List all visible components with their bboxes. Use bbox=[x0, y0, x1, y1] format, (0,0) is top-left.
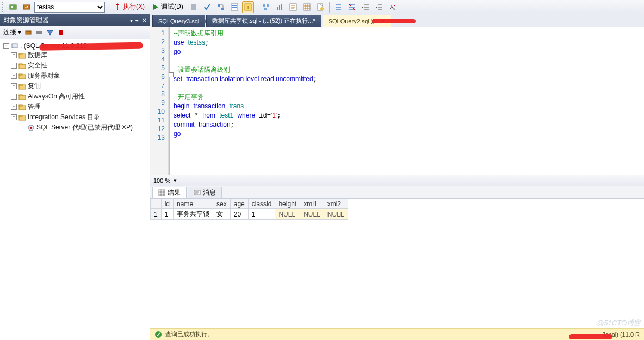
status-bar: 查询已成功执行。 (local) (11.0 R bbox=[150, 328, 644, 340]
success-icon bbox=[154, 331, 162, 338]
main-toolbar: testss 执行(X) 调试(D) i Ab bbox=[0, 0, 644, 14]
svg-rect-39 bbox=[19, 95, 22, 96]
svg-rect-25 bbox=[36, 31, 42, 34]
tab-shared-lock[interactable]: 数据库共享锁.sql - (...(52)) 正在执行...* bbox=[206, 15, 321, 27]
svg-point-45 bbox=[30, 127, 32, 129]
object-explorer-toolbar: 连接 ▾ bbox=[0, 26, 150, 39]
disconnect-icon[interactable] bbox=[35, 29, 43, 36]
database-select[interactable]: testss bbox=[34, 2, 105, 13]
results-tab[interactable]: 结果 bbox=[152, 187, 187, 198]
decrease-indent-icon[interactable] bbox=[360, 1, 371, 13]
svg-point-3 bbox=[117, 9, 118, 10]
uncomment-icon[interactable] bbox=[346, 1, 358, 13]
object-explorer-title-bar: 对象资源管理器 ▾ ⏷ ✕ bbox=[0, 14, 150, 26]
grip bbox=[2, 2, 4, 12]
filter-icon[interactable] bbox=[46, 29, 54, 36]
document-tabs: SQLQuery3.sql 数据库共享锁.sql - (...(52)) 正在执… bbox=[150, 14, 644, 27]
sql-editor[interactable]: 12345678910111213 − --声明数据库引用 use testss… bbox=[150, 27, 644, 175]
debug-button[interactable]: 调试(D) bbox=[149, 1, 186, 13]
refresh-icon[interactable] bbox=[24, 29, 32, 36]
svg-rect-12 bbox=[263, 4, 265, 7]
svg-rect-28 bbox=[13, 45, 14, 45]
svg-rect-8 bbox=[232, 5, 237, 6]
change-connection-icon[interactable] bbox=[21, 1, 33, 13]
svg-rect-41 bbox=[19, 105, 22, 106]
svg-rect-16 bbox=[279, 5, 280, 10]
svg-rect-35 bbox=[19, 74, 22, 75]
svg-rect-1 bbox=[11, 6, 13, 8]
svg-rect-31 bbox=[19, 53, 22, 54]
tree-item-security[interactable]: +安全性 bbox=[1, 60, 148, 71]
svg-rect-4 bbox=[191, 4, 196, 10]
svg-point-21 bbox=[320, 7, 324, 10]
server-node[interactable]: − . (SQL Server 11.0.210 bbox=[1, 41, 148, 50]
svg-rect-6 bbox=[221, 8, 224, 10]
close-panel-icon[interactable]: ✕ bbox=[142, 17, 146, 23]
svg-text:b: b bbox=[393, 7, 395, 11]
tab-sqlquery3[interactable]: SQLQuery3.sql bbox=[152, 15, 205, 27]
svg-rect-14 bbox=[264, 8, 267, 10]
svg-rect-26 bbox=[59, 30, 63, 35]
zoom-bar: 100 %▾ bbox=[150, 175, 644, 186]
svg-rect-47 bbox=[194, 190, 200, 195]
svg-text:i: i bbox=[247, 4, 249, 10]
results-grid[interactable]: idnamesexageclassidheightxml1xml211事务共享锁… bbox=[150, 199, 644, 328]
results-to-grid-icon[interactable] bbox=[301, 1, 313, 13]
svg-rect-19 bbox=[304, 4, 310, 10]
svg-rect-15 bbox=[277, 7, 278, 10]
svg-rect-5 bbox=[218, 4, 220, 7]
stop-refresh-icon[interactable] bbox=[57, 29, 65, 36]
svg-rect-0 bbox=[10, 5, 16, 9]
stop-icon[interactable] bbox=[188, 1, 200, 13]
object-explorer-panel: 对象资源管理器 ▾ ⏷ ✕ 连接 ▾ − . (SQL Server 11.0.… bbox=[0, 14, 150, 340]
tab-sqlquery2[interactable]: SQLQuery2.sql ))* ✕ bbox=[323, 15, 391, 27]
results-to-text-icon[interactable] bbox=[287, 1, 299, 13]
svg-rect-37 bbox=[19, 84, 22, 85]
svg-rect-24 bbox=[26, 31, 31, 34]
svg-rect-46 bbox=[159, 190, 165, 196]
execute-button[interactable]: 执行(X) bbox=[111, 1, 147, 13]
include-plan-icon[interactable] bbox=[260, 1, 272, 13]
svg-rect-13 bbox=[267, 4, 269, 7]
tree-item-replication[interactable]: +复制 bbox=[1, 81, 148, 91]
tree-item-management[interactable]: +管理 bbox=[1, 102, 148, 112]
svg-rect-17 bbox=[281, 4, 282, 10]
zoom-level[interactable]: 100 % bbox=[153, 177, 170, 184]
editor-area: SQLQuery3.sql 数据库共享锁.sql - (...(52)) 正在执… bbox=[150, 14, 644, 340]
increase-indent-icon[interactable] bbox=[373, 1, 385, 13]
include-stats-icon[interactable] bbox=[274, 1, 286, 13]
estimated-plan-icon[interactable] bbox=[215, 1, 227, 13]
tree-item-databases[interactable]: +数据库 bbox=[1, 50, 148, 60]
svg-rect-33 bbox=[19, 64, 22, 65]
tree-item-sql-agent[interactable]: SQL Server 代理(已禁用代理 XP) bbox=[1, 122, 148, 133]
object-explorer-tree[interactable]: − . (SQL Server 11.0.210 +数据库 +安全性 +服务器对… bbox=[0, 39, 150, 340]
tree-item-integration-services[interactable]: +Integration Services 目录 bbox=[1, 112, 148, 122]
code-content[interactable]: --声明数据库引用 use testss; go --设置会话隔离级别 set … bbox=[169, 27, 644, 175]
svg-rect-43 bbox=[19, 115, 22, 116]
pin-icon[interactable]: ▾ ⏷ bbox=[130, 17, 140, 23]
status-message: 查询已成功执行。 bbox=[165, 330, 213, 338]
results-tabs: 结果 消息 bbox=[150, 186, 644, 199]
intellisense-icon[interactable]: i bbox=[242, 1, 254, 13]
query-options-icon[interactable] bbox=[228, 1, 240, 13]
line-gutter: 12345678910111213 bbox=[150, 27, 169, 175]
parse-icon[interactable] bbox=[201, 1, 213, 13]
comment-icon[interactable] bbox=[332, 1, 344, 13]
svg-rect-9 bbox=[232, 7, 237, 8]
messages-tab[interactable]: 消息 bbox=[188, 187, 222, 198]
zoom-dropdown-icon[interactable]: ▾ bbox=[174, 177, 177, 184]
svg-rect-29 bbox=[13, 46, 14, 46]
tree-item-server-objects[interactable]: +服务器对象 bbox=[1, 71, 148, 81]
results-to-file-icon[interactable] bbox=[314, 1, 326, 13]
specify-values-icon[interactable]: Ab bbox=[387, 1, 399, 13]
connect-icon[interactable] bbox=[7, 1, 19, 13]
tree-item-alwayson[interactable]: +AlwaysOn 高可用性 bbox=[1, 91, 148, 102]
connect-dropdown[interactable]: 连接 ▾ bbox=[3, 28, 21, 37]
